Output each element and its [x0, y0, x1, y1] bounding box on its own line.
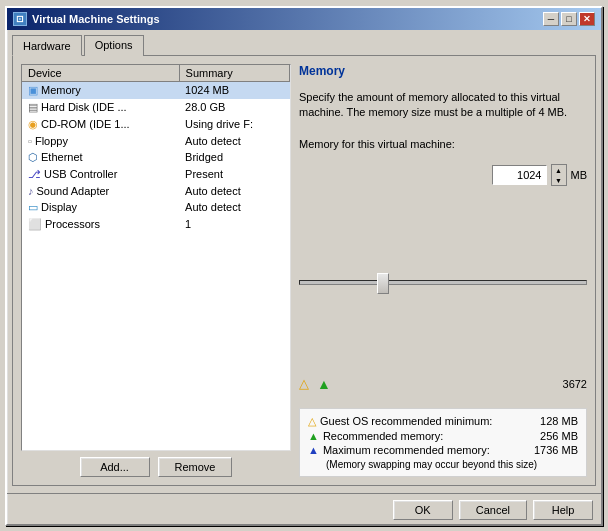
legend-max-row: ▲ Maximum recommended memory: 1736 MB: [308, 444, 578, 456]
title-bar-left: ⊡ Virtual Machine Settings: [13, 12, 160, 26]
summary-cell: Auto detect: [179, 183, 289, 199]
slider-markers: △ ▲ 3672: [299, 376, 587, 392]
memory-slider-wrapper: [299, 198, 587, 367]
legend-guest-os-left: △ Guest OS recommended minimum:: [308, 415, 492, 428]
legend-recommended-left: ▲ Recommended memory:: [308, 430, 443, 442]
device-icon-floppy: ▫: [28, 135, 32, 147]
memory-input-row: ▲ ▼ MB: [299, 164, 587, 186]
title-bar-controls: ─ □ ✕: [543, 12, 595, 26]
table-row[interactable]: ♪Sound AdapterAuto detect: [22, 183, 290, 199]
window-title: Virtual Machine Settings: [32, 13, 160, 25]
device-icon-cdrom: ◉: [28, 118, 38, 130]
add-button[interactable]: Add...: [80, 457, 150, 477]
recommended-value: 256 MB: [523, 430, 578, 442]
table-row[interactable]: ▣Memory1024 MB: [22, 81, 290, 99]
title-bar: ⊡ Virtual Machine Settings ─ □ ✕: [7, 8, 601, 30]
device-icon-harddisk: ▤: [28, 101, 38, 113]
tab-options[interactable]: Options: [84, 35, 144, 56]
legend-guest-os-row: △ Guest OS recommended minimum: 128 MB: [308, 415, 578, 428]
section-description: Specify the amount of memory allocated t…: [299, 90, 587, 121]
table-row[interactable]: ⬡EthernetBridged: [22, 149, 290, 166]
guest-os-label: Guest OS recommended minimum:: [320, 415, 492, 427]
main-window: ⊡ Virtual Machine Settings ─ □ ✕ Hardwar…: [5, 6, 603, 526]
cancel-button[interactable]: Cancel: [459, 500, 527, 520]
app-icon: ⊡: [13, 12, 27, 26]
max-recommended-label: Maximum recommended memory:: [323, 444, 490, 456]
memory-for-label: Memory for this virtual machine:: [299, 138, 587, 150]
device-icon-usb: ⎇: [28, 168, 41, 180]
device-icon-sound: ♪: [28, 185, 34, 197]
table-row[interactable]: ◉CD-ROM (IDE 1...Using drive F:: [22, 116, 290, 133]
section-title: Memory: [299, 64, 587, 78]
table-row[interactable]: ▭DisplayAuto detect: [22, 199, 290, 216]
device-icon-ethernet: ⬡: [28, 151, 38, 163]
device-cell: ▤Hard Disk (IDE ...: [22, 99, 179, 116]
max-recommended-legend-icon: ▲: [308, 444, 319, 456]
remove-button[interactable]: Remove: [158, 457, 233, 477]
table-row[interactable]: ▫FloppyAuto detect: [22, 133, 290, 149]
summary-cell: Using drive F:: [179, 116, 289, 133]
summary-cell: Present: [179, 166, 289, 183]
right-panel: Memory Specify the amount of memory allo…: [299, 64, 587, 477]
tab-content: Device Summary ▣Memory1024 MB▤Hard Disk …: [12, 55, 596, 486]
table-row[interactable]: ⎇USB ControllerPresent: [22, 166, 290, 183]
spin-down-button[interactable]: ▼: [552, 175, 566, 185]
summary-cell: 1024 MB: [179, 81, 289, 99]
device-icon-memory: ▣: [28, 84, 38, 96]
table-row[interactable]: ⬜Processors1: [22, 216, 290, 233]
legend-note: (Memory swapping may occur beyond this s…: [308, 459, 578, 470]
memory-legend: △ Guest OS recommended minimum: 128 MB ▲…: [299, 408, 587, 477]
device-table: Device Summary ▣Memory1024 MB▤Hard Disk …: [21, 64, 291, 451]
recommended-triangle-icon: ▲: [317, 376, 331, 392]
memory-input[interactable]: [492, 165, 547, 185]
slider-max-value: 3672: [563, 378, 587, 390]
summary-cell: 1: [179, 216, 289, 233]
tab-bar: Hardware Options: [12, 35, 596, 56]
table-row[interactable]: ▤Hard Disk (IDE ...28.0 GB: [22, 99, 290, 116]
slider-thumb[interactable]: [377, 273, 389, 294]
device-cell: ▭Display: [22, 199, 179, 216]
device-cell: ⎇USB Controller: [22, 166, 179, 183]
summary-cell: Auto detect: [179, 199, 289, 216]
device-icon-processor: ⬜: [28, 218, 42, 230]
tab-hardware[interactable]: Hardware: [12, 35, 82, 56]
device-cell: ⬜Processors: [22, 216, 179, 233]
help-button[interactable]: Help: [533, 500, 593, 520]
guest-os-legend-icon: △: [308, 415, 316, 428]
spin-up-button[interactable]: ▲: [552, 165, 566, 175]
guest-os-triangle-icon: △: [299, 376, 309, 391]
max-recommended-value: 1736 MB: [523, 444, 578, 456]
window-body: Hardware Options Device Summary: [7, 30, 601, 491]
device-cell: ♪Sound Adapter: [22, 183, 179, 199]
maximize-button[interactable]: □: [561, 12, 577, 26]
device-cell: ▣Memory: [22, 81, 179, 99]
device-cell: ▫Floppy: [22, 133, 179, 149]
memory-unit: MB: [571, 169, 588, 181]
device-icon-display: ▭: [28, 201, 38, 213]
summary-cell: Bridged: [179, 149, 289, 166]
device-cell: ⬡Ethernet: [22, 149, 179, 166]
slider-track[interactable]: [299, 280, 587, 285]
legend-max-left: ▲ Maximum recommended memory:: [308, 444, 490, 456]
col-summary: Summary: [179, 65, 289, 82]
device-btn-row: Add... Remove: [21, 457, 291, 477]
spin-buttons: ▲ ▼: [551, 164, 567, 186]
recommended-legend-icon: ▲: [308, 430, 319, 442]
recommended-label: Recommended memory:: [323, 430, 443, 442]
minimize-button[interactable]: ─: [543, 12, 559, 26]
device-cell: ◉CD-ROM (IDE 1...: [22, 116, 179, 133]
bottom-bar: OK Cancel Help: [7, 493, 601, 524]
summary-cell: 28.0 GB: [179, 99, 289, 116]
summary-cell: Auto detect: [179, 133, 289, 149]
left-panel: Device Summary ▣Memory1024 MB▤Hard Disk …: [21, 64, 291, 477]
legend-recommended-row: ▲ Recommended memory: 256 MB: [308, 430, 578, 442]
close-button[interactable]: ✕: [579, 12, 595, 26]
guest-os-value: 128 MB: [523, 415, 578, 427]
ok-button[interactable]: OK: [393, 500, 453, 520]
col-device: Device: [22, 65, 179, 82]
